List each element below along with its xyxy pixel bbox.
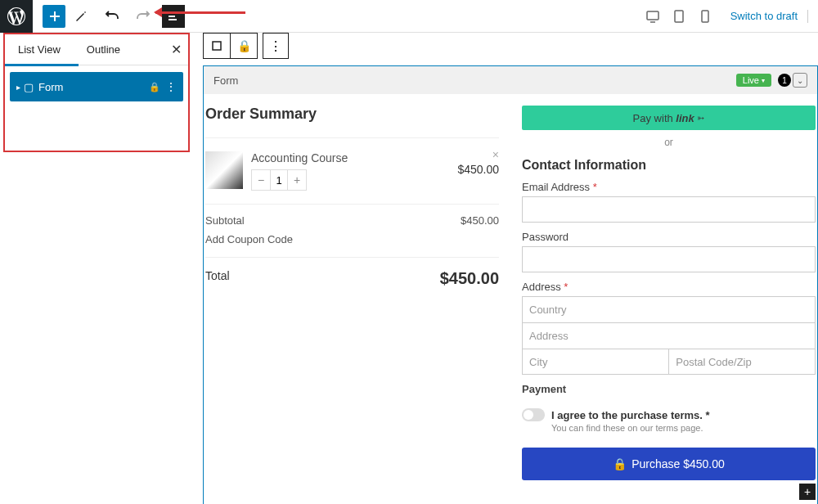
- subtotal-value: $450.00: [461, 214, 499, 227]
- lock-icon: 🔒: [613, 457, 627, 470]
- undo-icon[interactable]: [97, 0, 128, 33]
- block-toolbar: 🔒 ⋮: [203, 33, 818, 59]
- lock-icon: 🔒: [149, 82, 160, 92]
- country-select[interactable]: [522, 296, 816, 322]
- product-price: $450.00: [457, 163, 499, 176]
- step-number: 1: [778, 74, 791, 87]
- address-label: Address: [522, 281, 561, 293]
- form-icon: ▢: [24, 81, 34, 93]
- close-icon[interactable]: ✕: [171, 42, 182, 57]
- chevron-right-icon: ▸: [16, 83, 20, 92]
- options-icon[interactable]: ⋮: [165, 80, 177, 93]
- lock-button[interactable]: 🔒: [231, 34, 257, 58]
- arrow-annotation: [155, 11, 245, 14]
- password-label: Password: [522, 231, 816, 243]
- add-coupon-link[interactable]: Add Coupon Code: [205, 233, 499, 245]
- address-field[interactable]: [522, 322, 816, 349]
- switch-to-draft-link[interactable]: Switch to draft: [730, 10, 798, 22]
- desktop-icon[interactable]: [640, 4, 665, 29]
- block-options-button[interactable]: ⋮: [263, 33, 289, 59]
- terms-text: I agree to the purchase terms.: [551, 409, 703, 421]
- form-header: Form Live▾ 1 ⌄: [204, 66, 817, 94]
- product-image: [205, 151, 243, 189]
- product-row: Accounting Course − 1 + × $450.00: [205, 137, 499, 204]
- block-type-button[interactable]: [204, 34, 230, 58]
- quantity-stepper: − 1 +: [251, 169, 307, 191]
- mobile-icon[interactable]: [693, 4, 717, 29]
- list-item-label: Form: [38, 81, 149, 93]
- add-block-button[interactable]: [43, 5, 65, 28]
- email-field[interactable]: [522, 196, 816, 223]
- contact-column: Pay with link ➳ or Contact Information E…: [510, 106, 817, 480]
- form-title: Form: [213, 74, 238, 87]
- purchase-button[interactable]: 🔒 Purchase $450.00: [522, 448, 816, 480]
- tab-outline[interactable]: Outline: [74, 34, 133, 65]
- terms-toggle[interactable]: [522, 408, 545, 421]
- editor-canvas: 🔒 ⋮ Form Live▾ 1 ⌄ Order Summary Account…: [203, 33, 818, 504]
- remove-item-icon[interactable]: ×: [492, 148, 499, 161]
- wp-logo[interactable]: [0, 0, 33, 33]
- qty-value: 1: [270, 170, 288, 190]
- terms-subtext: You can find these on our terms page.: [551, 423, 816, 433]
- top-bar: Switch to draft: [0, 0, 818, 33]
- order-summary-column: Order Summary Accounting Course − 1 + × …: [204, 106, 510, 480]
- subtotal-label: Subtotal: [205, 214, 245, 227]
- email-label: Email Address: [522, 181, 590, 193]
- document-overview-button[interactable]: [162, 5, 185, 28]
- or-divider: or: [522, 137, 816, 148]
- city-field[interactable]: [522, 349, 668, 375]
- order-summary-title: Order Summary: [205, 106, 499, 123]
- list-view-panel: List View Outline ✕ ▸ ▢ Form 🔒 ⋮: [3, 33, 190, 152]
- payment-heading: Payment: [522, 383, 816, 395]
- live-badge[interactable]: Live▾: [736, 74, 771, 87]
- tablet-icon[interactable]: [667, 4, 691, 29]
- contact-info-heading: Contact Information: [522, 158, 816, 173]
- svg-rect-3: [213, 42, 221, 50]
- qty-plus-button[interactable]: +: [288, 170, 306, 190]
- total-label: Total: [205, 269, 230, 288]
- tab-list-view[interactable]: List View: [5, 34, 74, 65]
- svg-rect-1: [675, 11, 683, 22]
- svg-rect-0: [647, 11, 658, 20]
- list-item-form[interactable]: ▸ ▢ Form 🔒 ⋮: [10, 72, 183, 101]
- total-amount: $450.00: [440, 269, 499, 288]
- password-field[interactable]: [522, 246, 816, 272]
- tools-icon[interactable]: [65, 0, 97, 33]
- add-block-fab[interactable]: +: [799, 484, 816, 500]
- svg-rect-2: [702, 11, 708, 22]
- qty-minus-button[interactable]: −: [252, 170, 270, 190]
- postal-field[interactable]: [668, 349, 816, 375]
- pay-with-link-button[interactable]: Pay with link ➳: [522, 106, 816, 130]
- form-block[interactable]: Form Live▾ 1 ⌄ Order Summary Accounting …: [203, 65, 818, 504]
- divider: [807, 10, 808, 23]
- cart-icon[interactable]: ⌄: [793, 73, 807, 88]
